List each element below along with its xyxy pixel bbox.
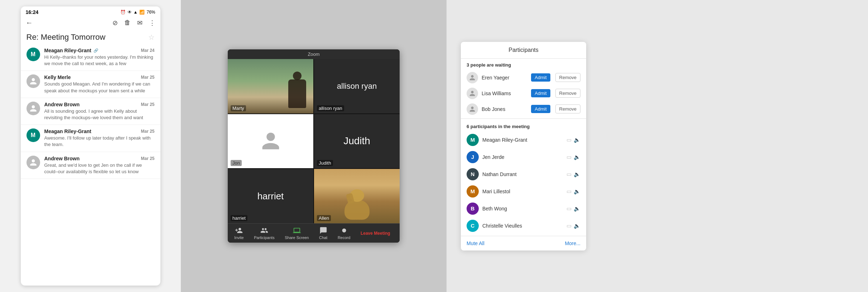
- video-icon-4: ▭: [566, 205, 572, 212]
- waiting-item-0: Eren Yaeger Admit Remove: [461, 70, 586, 86]
- email-item-3[interactable]: Andrew Brown Mar 25 All is sounding good…: [21, 98, 160, 125]
- participant-name-4: Beth Wong: [482, 206, 563, 211]
- zoom-label-harriet: harriet: [231, 215, 247, 221]
- waiting-item-2: Bob Jones Admit Remove: [461, 101, 586, 117]
- admit-button-0[interactable]: Admit: [531, 73, 550, 82]
- participant-name-1: Jen Jerde: [482, 154, 563, 160]
- mic-icon-1: 🔈: [574, 154, 580, 160]
- email-list: M Meagan Riley-Grant 🔗 Mar 24 Hi Kelly–t…: [21, 44, 160, 286]
- zoom-label-judith: Judith: [317, 160, 333, 166]
- admit-button-1[interactable]: Admit: [531, 89, 550, 97]
- gmail-panel: 16:24 ⏰ 👁 ▲ 📶 76% ← ⊘ 🗑 ✉ ⋮ Re: Meeting …: [0, 0, 181, 292]
- email-sender-4: Meagan Riley-Grant Mar 25: [44, 128, 155, 134]
- participant-avatar-4: B: [467, 203, 479, 215]
- zoom-cell-judith: Judith Judith: [314, 114, 400, 169]
- zoom-name-allison: allison ryan: [337, 82, 377, 91]
- mic-icon-3: 🔈: [574, 188, 580, 195]
- participant-avatar-5: C: [467, 220, 479, 232]
- participant-item-2: N Nathan Durrant ▭ 🔈: [461, 166, 586, 183]
- battery: 76%: [146, 10, 155, 15]
- email-item-5[interactable]: Andrew Brown Mar 25 Great, and we'd love…: [21, 152, 160, 179]
- mic-icon-2: 🔈: [574, 171, 580, 177]
- email-sender-2: Kelly Merle Mar 25: [44, 74, 155, 80]
- email-item-2[interactable]: Kelly Merle Mar 25 Sounds good Meagan. A…: [21, 71, 160, 98]
- zoom-record[interactable]: Record: [338, 227, 350, 240]
- alarm-icon: ⏰: [120, 10, 126, 15]
- avatar-4: M: [26, 128, 40, 142]
- participant-item-0: M Meagan Riley-Grant ▭ 🔈: [461, 131, 586, 149]
- mute-all-button[interactable]: Mute All: [467, 240, 484, 246]
- participant-name-2: Nathan Durrant: [482, 171, 563, 177]
- zoom-label-allen: Allen: [317, 215, 331, 221]
- participants-panel: Participants 3 people are waiting Eren Y…: [447, 0, 868, 292]
- email-icon[interactable]: ✉: [137, 19, 143, 27]
- participant-icons-3: ▭ 🔈: [566, 188, 580, 195]
- svg-point-0: [266, 133, 275, 141]
- back-button[interactable]: ←: [26, 19, 33, 27]
- email-title: Re: Meeting Tomorrow ☆: [21, 29, 160, 44]
- avatar-5: [26, 156, 40, 169]
- star-icon[interactable]: ☆: [148, 33, 155, 42]
- participant-icons-1: ▭ 🔈: [566, 154, 580, 160]
- waiting-name-1: Lisa Williams: [482, 91, 527, 96]
- zoom-share-screen[interactable]: Share Screen: [285, 227, 309, 240]
- eye-icon: 👁: [127, 10, 132, 15]
- video-icon-2: ▭: [566, 171, 572, 177]
- waiting-name-0: Eren Yaeger: [482, 75, 527, 81]
- wifi-icon: ▲: [134, 10, 138, 15]
- participant-avatar-2: N: [467, 168, 479, 180]
- in-meeting-label: 6 participants in the meeting: [461, 120, 586, 131]
- avatar-2: [26, 74, 40, 88]
- email-sender-5: Andrew Brown Mar 25: [44, 156, 155, 161]
- participants-header: Participants: [461, 42, 586, 59]
- zoom-cell-allison: allison ryan allison ryan: [314, 59, 400, 113]
- email-content-1: Meagan Riley-Grant 🔗 Mar 24 Hi Kelly–tha…: [44, 48, 155, 67]
- zoom-invite[interactable]: Invite: [234, 227, 243, 240]
- participant-avatar-0: M: [467, 134, 479, 146]
- zoom-participants[interactable]: Participants: [254, 227, 274, 240]
- leave-meeting-button[interactable]: Leave Meeting: [361, 231, 390, 236]
- waiting-avatar-2: [467, 103, 478, 115]
- section-divider: [461, 118, 586, 119]
- waiting-label: 3 people are waiting: [461, 59, 586, 70]
- zoom-chat[interactable]: Chat: [319, 227, 327, 240]
- email-content-2: Kelly Merle Mar 25 Sounds good Meagan. A…: [44, 74, 155, 94]
- participant-name-3: Mari Lillestol: [482, 189, 563, 194]
- search-icon[interactable]: ⊘: [112, 19, 118, 27]
- email-toolbar: ← ⊘ 🗑 ✉ ⋮: [21, 16, 160, 29]
- avatar-3: [26, 102, 40, 115]
- email-item-1[interactable]: M Meagan Riley-Grant 🔗 Mar 24 Hi Kelly–t…: [21, 44, 160, 71]
- remove-button-0[interactable]: Remove: [555, 73, 580, 82]
- participant-item-5: C Christelle Vieulles ▭ 🔈: [461, 217, 586, 234]
- video-icon-3: ▭: [566, 188, 572, 195]
- delete-icon[interactable]: 🗑: [124, 19, 131, 26]
- zoom-label-allison: allison ryan: [317, 105, 344, 111]
- participant-name-5: Christelle Vieulles: [482, 223, 563, 229]
- zoom-label-marty: Marty: [231, 105, 246, 111]
- zoom-label-jon: Jon: [231, 160, 242, 166]
- zoom-grid: Marty allison ryan allison ryan Jon Jud: [228, 59, 400, 223]
- zoom-cell-harriet: harriet harriet: [228, 169, 313, 223]
- remove-button-1[interactable]: Remove: [555, 89, 580, 98]
- waiting-item-1: Lisa Williams Admit Remove: [461, 86, 586, 101]
- admit-button-2[interactable]: Admit: [531, 105, 550, 113]
- zoom-titlebar: Zoom: [228, 49, 400, 59]
- participant-avatar-1: J: [467, 151, 479, 163]
- status-bar: 16:24 ⏰ 👁 ▲ 📶 76%: [21, 6, 160, 16]
- video-icon-5: ▭: [566, 223, 572, 229]
- zoom-panel: Zoom Marty allison ryan allison ryan: [181, 0, 447, 292]
- more-icon[interactable]: ⋮: [149, 19, 155, 27]
- remove-button-2[interactable]: Remove: [555, 104, 580, 113]
- more-options-button[interactable]: More...: [565, 240, 580, 246]
- chain-icon: 🔗: [93, 48, 98, 53]
- email-item-4[interactable]: M Meagan Riley-Grant Mar 25 Awesome. I'l…: [21, 125, 160, 152]
- participant-item-3: M Mari Lillestol ▭ 🔈: [461, 183, 586, 200]
- email-sender-1: Meagan Riley-Grant 🔗 Mar 24: [44, 48, 155, 53]
- video-icon-0: ▭: [566, 137, 572, 143]
- svg-point-1: [342, 229, 346, 233]
- waiting-avatar-0: [467, 72, 478, 83]
- waiting-avatar-1: [467, 88, 478, 99]
- zoom-toolbar: Invite Participants Share Screen Chat Re…: [228, 223, 400, 243]
- participant-item-1: J Jen Jerde ▭ 🔈: [461, 149, 586, 166]
- video-icon-1: ▭: [566, 154, 572, 160]
